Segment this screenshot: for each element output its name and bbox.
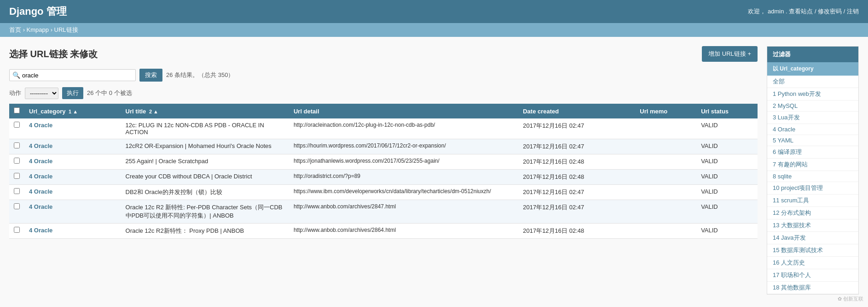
search-button[interactable]: 搜索: [139, 69, 162, 82]
row-url-category: 4 Oracle: [24, 118, 121, 139]
url-category-link[interactable]: 4 Oracle: [29, 142, 52, 149]
filter-item-link[interactable]: 18 其他数据库: [773, 284, 811, 291]
row-checkbox[interactable]: [14, 158, 20, 164]
filter-item-link[interactable]: 全部: [773, 78, 785, 85]
row-date-created: 2017年12月16日 02:47: [518, 185, 635, 200]
row-checkbox[interactable]: [14, 122, 20, 128]
row-url-status: VALID: [696, 139, 758, 154]
execute-button[interactable]: 执行: [62, 87, 83, 99]
row-url-detail: http://www.anbob.com/archives/2847.html: [289, 200, 518, 224]
row-date-created: 2017年12月16日 02:47: [518, 139, 635, 154]
filter-item-link[interactable]: 6 编译原理: [773, 148, 802, 155]
row-url-detail: https://www.ibm.com/developerworks/cn/da…: [289, 185, 518, 200]
filter-item-link[interactable]: 17 职场和个人: [773, 272, 811, 278]
row-url-detail: http://www.anbob.com/archives/2864.html: [289, 224, 518, 239]
header-url-memo: Url memo: [635, 104, 696, 118]
filter-item-link[interactable]: 12 分布式架构: [773, 209, 811, 216]
row-url-category: 4 Oracle: [24, 154, 121, 170]
username-link[interactable]: admin: [768, 8, 784, 15]
filter-item-link[interactable]: 7 有趣的网站: [773, 161, 808, 168]
row-date-created: 2017年12月16日 02:48: [518, 170, 635, 185]
search-bar: 🔍 搜索 26 条结果。（总共 350）: [9, 69, 758, 82]
header-url-detail: Url detail: [289, 104, 518, 118]
row-checkbox-cell: [9, 185, 24, 200]
main-area: 选择 URL链接 来修改 增加 URL链接 + 🔍 搜索 26 条结果。（总共 …: [9, 46, 758, 295]
row-checkbox[interactable]: [14, 203, 20, 209]
filter-item: 10 project项目管理: [767, 182, 858, 195]
header-url-category: Url_category 1 ▲: [24, 104, 121, 118]
row-checkbox-cell: [9, 200, 24, 224]
filter-item-link[interactable]: 8 sqlite: [773, 173, 792, 180]
change-password-link[interactable]: 修改密码: [818, 8, 842, 15]
url-category-link[interactable]: 4 Oracle: [29, 158, 52, 165]
filter-item: 1 Python web开发: [767, 88, 858, 100]
table-header-row: Url_category 1 ▲ Url title 2 ▲ Url detai…: [9, 104, 758, 118]
row-url-detail: https://hourim.wordpress.com/2017/06/17/…: [289, 139, 518, 154]
filter-item-link[interactable]: 14 Java开发: [773, 234, 806, 241]
row-checkbox-cell: [9, 224, 24, 239]
table-row: 4 Oracle 255 Again! | Oracle Scratchpad …: [9, 154, 758, 170]
row-url-title: 12cR2 OR-Expansion | Mohamed Houri's Ora…: [121, 139, 289, 154]
filter-item-link[interactable]: 5 YAML: [773, 137, 793, 144]
filter-list: 全部1 Python web开发2 MySQL3 Lua开发4 Oracle5 …: [767, 76, 858, 294]
filter-item-link[interactable]: 11 scrum工具: [773, 197, 809, 204]
row-url-status: VALID: [696, 118, 758, 139]
filter-item-link[interactable]: 1 Python web开发: [773, 90, 821, 97]
row-checkbox[interactable]: [14, 227, 20, 233]
url-category-link[interactable]: 4 Oracle: [29, 122, 52, 129]
row-url-title: DB2和 Oracle的并发控制（锁）比较: [121, 185, 289, 200]
filter-item-link[interactable]: 2 MySQL: [773, 102, 798, 109]
action-select[interactable]: ---------: [25, 88, 58, 99]
url-category-link[interactable]: 4 Oracle: [29, 227, 52, 234]
filter-item-link[interactable]: 4 Oracle: [773, 126, 795, 133]
row-checkbox-cell: [9, 139, 24, 154]
url-category-link[interactable]: 4 Oracle: [29, 188, 52, 195]
header: Django 管理 欢迎， admin . 查看站点 / 修改密码 / 注销: [0, 0, 868, 23]
table-row: 4 Oracle 12c: PLUG IN 12c NON-CDB AS PDB…: [9, 118, 758, 139]
filter-item-link[interactable]: 15 数据库测试技术: [773, 247, 823, 254]
filter-item: 17 职场和个人: [767, 269, 858, 282]
breadcrumbs: 首页 › Kmpapp › URL链接: [0, 23, 868, 37]
row-url-memo: [635, 185, 696, 200]
row-url-title: Create your CDB without DBCA | Oracle Di…: [121, 170, 289, 185]
row-url-detail: https://jonathanlewis.wordpress.com/2017…: [289, 154, 518, 170]
row-url-status: VALID: [696, 200, 758, 224]
row-url-status: VALID: [696, 154, 758, 170]
filter-item-link[interactable]: 16 人文历史: [773, 259, 805, 266]
url-category-link[interactable]: 4 Oracle: [29, 173, 52, 180]
select-all-checkbox[interactable]: [14, 107, 20, 113]
search-icon: 🔍: [12, 71, 20, 79]
filter-item: 全部: [767, 76, 858, 88]
page-title: 选择 URL链接 来修改: [9, 48, 98, 60]
view-site-link[interactable]: 查看站点: [789, 8, 813, 15]
row-checkbox[interactable]: [14, 188, 20, 194]
search-input[interactable]: [22, 72, 133, 79]
row-url-title: 255 Again! | Oracle Scratchpad: [121, 154, 289, 170]
logout-link[interactable]: 注销: [847, 8, 859, 15]
row-checkbox[interactable]: [14, 173, 20, 179]
site-title: Django 管理: [9, 5, 67, 18]
url-category-link[interactable]: 4 Oracle: [29, 203, 52, 210]
breadcrumb-home[interactable]: 首页: [9, 26, 21, 33]
header-date-created: Date created: [518, 104, 635, 118]
filter-item-link[interactable]: 10 project项目管理: [773, 184, 823, 191]
filter-item-link[interactable]: 13 大数据技术: [773, 222, 811, 229]
row-url-category: 4 Oracle: [24, 139, 121, 154]
breadcrumb-kmpapp[interactable]: Kmpapp: [27, 26, 49, 33]
row-url-memo: [635, 170, 696, 185]
sort-url-category[interactable]: Url_category 1 ▲: [29, 108, 78, 115]
row-date-created: 2017年12月16日 02:47: [518, 200, 635, 224]
add-url-button[interactable]: 增加 URL链接 +: [702, 46, 758, 62]
filter-item: 18 其他数据库: [767, 282, 858, 294]
header-url-title: Url title 2 ▲: [121, 104, 289, 118]
breadcrumb-current: URL链接: [54, 26, 78, 33]
table-row: 4 Oracle Oracle 12c R2 新特性: Per-PDB Char…: [9, 200, 758, 224]
selected-info: 26 个中 0 个被选: [87, 89, 132, 97]
filter-item: 11 scrum工具: [767, 195, 858, 207]
row-checkbox[interactable]: [14, 142, 20, 148]
row-url-memo: [635, 139, 696, 154]
filter-item: 4 Oracle: [767, 124, 858, 135]
filter-item-link[interactable]: 3 Lua开发: [773, 114, 800, 121]
sort-url-title[interactable]: Url title 2 ▲: [126, 108, 158, 115]
header-checkbox-cell: [9, 104, 24, 118]
